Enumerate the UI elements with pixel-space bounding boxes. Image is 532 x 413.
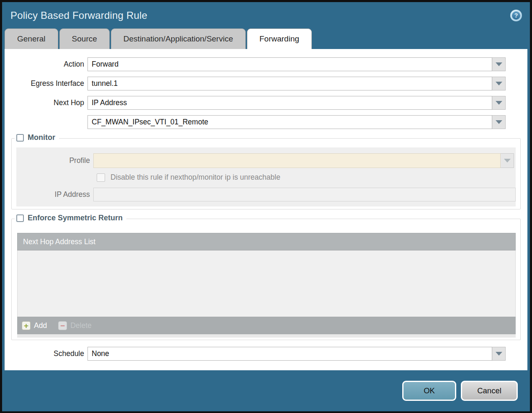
add-button-label: Add — [34, 321, 47, 330]
plus-icon: + — [22, 321, 31, 330]
question-circle-icon: ? — [512, 11, 520, 20]
next-hop-label: Next Hop — [5, 98, 87, 107]
monitor-section: Monitor Profile Disable this rule if nex… — [11, 138, 521, 209]
enforce-symmetric-return-section: Enforce Symmetric Return Next Hop Addres… — [11, 219, 521, 340]
enforce-symmetric-return-checkbox[interactable] — [16, 214, 24, 222]
schedule-label: Schedule — [5, 349, 87, 358]
help-button[interactable]: ? — [510, 10, 522, 21]
monitor-ip-address-input — [93, 188, 516, 201]
disable-rule-row: Disable this rule if nexthop/monitor ip … — [97, 173, 516, 182]
next-hop-address-row: CF_MWAN_IPsec_VTI_01_Remote — [5, 115, 527, 129]
action-label: Action — [5, 60, 87, 69]
next-hop-address-list-toolbar: + Add − Delete — [17, 317, 516, 334]
monitor-ip-address-row: IP Address — [16, 188, 516, 201]
dialog-titlebar: Policy Based Forwarding Rule ? — [2, 2, 530, 28]
chevron-down-icon — [496, 82, 502, 85]
minus-icon: − — [58, 321, 67, 330]
disable-rule-checkbox — [97, 173, 105, 182]
egress-interface-label: Egress Interface — [5, 79, 87, 88]
add-button[interactable]: + Add — [22, 321, 47, 330]
profile-label: Profile — [16, 156, 93, 165]
next-hop-row: Next Hop IP Address — [5, 96, 527, 110]
next-hop-type-dropdown[interactable]: IP Address — [87, 96, 492, 110]
enforce-symmetric-return-legend: Enforce Symmetric Return — [15, 214, 126, 222]
tab-forwarding[interactable]: Forwarding — [247, 28, 312, 49]
next-hop-address-dropdown[interactable]: CF_MWAN_IPsec_VTI_01_Remote — [87, 115, 492, 129]
profile-dropdown-button — [501, 153, 514, 168]
dialog-footer: OK Cancel — [2, 370, 530, 411]
tab-source[interactable]: Source — [59, 28, 110, 49]
tab-destination-application-service[interactable]: Destination/Application/Service — [111, 28, 246, 49]
profile-row: Profile — [16, 153, 516, 168]
monitor-ip-address-label: IP Address — [16, 190, 93, 199]
enforce-symmetric-return-label: Enforce Symmetric Return — [28, 214, 123, 222]
disable-rule-label: Disable this rule if nexthop/monitor ip … — [111, 173, 280, 182]
action-row: Action Forward — [5, 57, 527, 71]
chevron-down-icon — [496, 352, 502, 356]
next-hop-address-list-header: Next Hop Address List — [17, 233, 516, 250]
monitor-legend-label: Monitor — [28, 133, 55, 142]
delete-button: − Delete — [58, 321, 92, 330]
action-dropdown[interactable]: Forward — [87, 57, 492, 71]
egress-interface-dropdown-button[interactable] — [492, 77, 506, 90]
monitor-panel: Profile Disable this rule if nexthop/mon… — [16, 147, 516, 206]
chevron-down-icon — [504, 159, 511, 163]
next-hop-address-dropdown-button[interactable] — [492, 115, 506, 129]
next-hop-type-dropdown-button[interactable] — [492, 96, 506, 110]
policy-based-forwarding-dialog: Policy Based Forwarding Rule ? General S… — [2, 2, 530, 411]
chevron-down-icon — [496, 101, 502, 105]
delete-button-label: Delete — [70, 321, 92, 330]
schedule-dropdown[interactable]: None — [87, 347, 492, 361]
tab-bar: General Source Destination/Application/S… — [2, 28, 530, 49]
dialog-title: Policy Based Forwarding Rule — [10, 10, 147, 21]
ok-button[interactable]: OK — [402, 381, 456, 401]
monitor-checkbox[interactable] — [16, 134, 24, 142]
egress-interface-dropdown[interactable]: tunnel.1 — [87, 77, 492, 90]
next-hop-address-list-table: Next Hop Address List + Add − Delete — [17, 233, 516, 334]
monitor-legend: Monitor — [15, 133, 59, 142]
chevron-down-icon — [496, 62, 502, 66]
next-hop-address-list-body[interactable] — [17, 250, 516, 317]
tab-general[interactable]: General — [5, 28, 58, 49]
egress-interface-row: Egress Interface tunnel.1 — [5, 77, 527, 90]
schedule-dropdown-button[interactable] — [492, 347, 506, 361]
table-bottom-strip — [17, 334, 516, 338]
cancel-button[interactable]: Cancel — [461, 381, 518, 401]
schedule-row: Schedule None — [5, 347, 527, 361]
chevron-down-icon — [496, 120, 502, 124]
profile-dropdown — [93, 153, 501, 168]
action-dropdown-button[interactable] — [492, 57, 506, 71]
forwarding-tab-content: Action Forward Egress Interface tunnel.1… — [5, 49, 527, 370]
